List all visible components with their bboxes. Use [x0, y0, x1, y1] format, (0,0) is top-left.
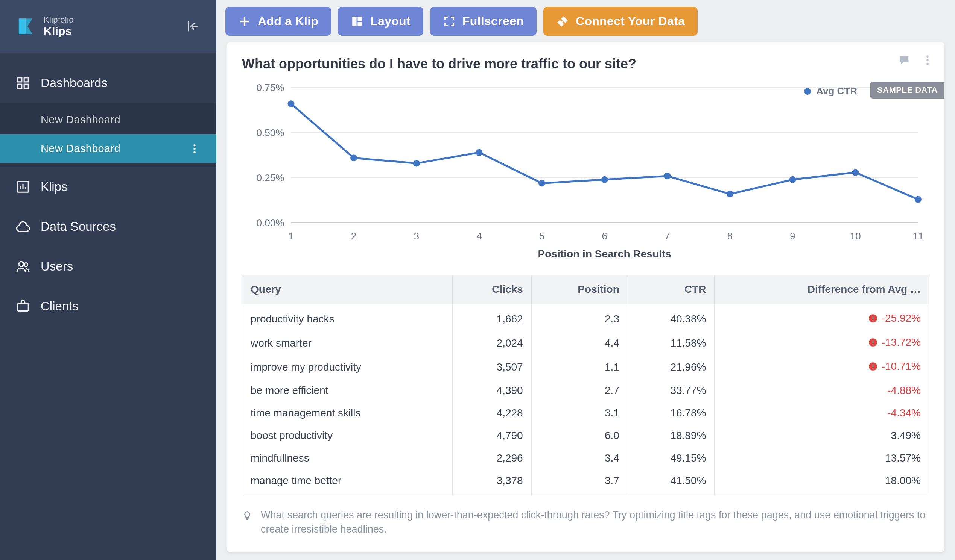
sidebar-subitem-new-dashboard-1[interactable]: New Dashboard: [0, 105, 216, 134]
more-vertical-icon[interactable]: [921, 54, 934, 67]
table-cell: 6.0: [531, 424, 628, 447]
table-row[interactable]: boost productivity4,7906.018.89%3.49%: [242, 424, 929, 447]
table-cell: 1,662: [452, 304, 531, 331]
svg-point-6: [193, 144, 195, 146]
table-cell-diff: -4.88%: [715, 379, 929, 402]
sidebar-subitem-label: New Dashboard: [41, 114, 121, 126]
card-actions: [898, 54, 934, 67]
table-cell: time management skills: [242, 402, 452, 424]
sidebar-item-label: Klips: [41, 179, 68, 194]
svg-rect-3: [24, 78, 28, 82]
svg-rect-59: [873, 340, 874, 343]
table-header[interactable]: Difference from Avg …: [715, 275, 929, 304]
svg-text:Position in Search Results: Position in Search Results: [538, 248, 671, 260]
main-canvas: Add a Klip Layout Fullscreen Connect You…: [216, 0, 955, 560]
svg-rect-5: [24, 84, 28, 88]
table-row[interactable]: work smarter2,0244.411.58%-13.72%: [242, 331, 929, 355]
table-cell: 2.7: [531, 379, 628, 402]
toolbar: Add a Klip Layout Fullscreen Connect You…: [216, 0, 955, 42]
svg-text:5: 5: [539, 230, 545, 242]
table-cell: 18.89%: [628, 424, 715, 447]
table-cell: 4,390: [452, 379, 531, 402]
table-row[interactable]: productivity hacks1,6622.340.38%-25.92%: [242, 304, 929, 331]
button-label: Fullscreen: [462, 14, 524, 28]
card-title: What opportunities do I have to drive mo…: [242, 56, 929, 72]
svg-text:3: 3: [414, 230, 420, 242]
table-header[interactable]: Clicks: [452, 275, 531, 304]
table-cell: 41.50%: [628, 470, 715, 495]
table-row[interactable]: manage time better3,3783.741.50%18.00%: [242, 470, 929, 495]
svg-rect-15: [18, 303, 28, 311]
add-klip-button[interactable]: Add a Klip: [225, 7, 331, 36]
layout-button[interactable]: Layout: [338, 7, 423, 36]
svg-text:0.00%: 0.00%: [256, 217, 284, 229]
svg-point-53: [852, 169, 859, 176]
svg-point-50: [664, 173, 670, 179]
comment-icon[interactable]: [898, 54, 911, 67]
sidebar-item-clients[interactable]: Clients: [0, 286, 216, 326]
svg-rect-63: [873, 368, 874, 369]
lightbulb-icon: [242, 510, 252, 521]
table-cell: 4,790: [452, 424, 531, 447]
clients-icon: [16, 299, 30, 314]
table-header[interactable]: Position: [531, 275, 628, 304]
svg-point-7: [193, 148, 195, 150]
svg-text:4: 4: [476, 230, 482, 242]
footer: Connected: [216, 552, 955, 560]
dashboards-icon: [16, 76, 30, 90]
data-sources-icon: [16, 220, 30, 234]
svg-point-23: [927, 63, 928, 65]
svg-point-8: [193, 151, 195, 153]
svg-point-49: [601, 176, 608, 183]
table-cell: improve my productivity: [242, 355, 452, 379]
svg-point-21: [927, 55, 928, 58]
table-row[interactable]: be more efficient4,3902.733.77%-4.88%: [242, 379, 929, 402]
sidebar-item-klips[interactable]: Klips: [0, 167, 216, 207]
plus-icon: [238, 15, 251, 28]
sidebar-subitem-label: New Dashboard: [41, 142, 121, 155]
sidebar-item-label: Data Sources: [41, 220, 116, 234]
table-cell: 3.1: [531, 402, 628, 424]
table-cell: 3.7: [531, 470, 628, 495]
layout-icon: [351, 15, 363, 28]
table-cell: 2.3: [531, 304, 628, 331]
svg-point-47: [476, 149, 482, 156]
svg-text:6: 6: [602, 230, 607, 242]
table-row[interactable]: mindfullness2,2963.449.15%13.57%: [242, 447, 929, 470]
table-header[interactable]: CTR: [628, 275, 715, 304]
fullscreen-button[interactable]: Fullscreen: [430, 7, 537, 36]
table-cell: 16.78%: [628, 402, 715, 424]
sidebar-subitem-new-dashboard-2[interactable]: New Dashboard: [0, 134, 216, 163]
svg-point-14: [24, 263, 28, 267]
table-row[interactable]: improve my productivity3,5071.121.96%-10…: [242, 355, 929, 379]
sample-data-badge: SAMPLE DATA: [870, 81, 944, 99]
query-table: QueryClicksPositionCTRDifference from Av…: [242, 275, 929, 495]
hint: What search queries are resulting in low…: [242, 508, 929, 537]
table-cell: mindfullness: [242, 447, 452, 470]
table-header[interactable]: Query: [242, 275, 452, 304]
table-cell-diff: 13.57%: [715, 447, 929, 470]
connect-data-button[interactable]: Connect Your Data: [543, 7, 698, 36]
sidebar-item-users[interactable]: Users: [0, 246, 216, 286]
svg-rect-19: [358, 17, 362, 21]
svg-rect-20: [358, 22, 362, 26]
table-cell-diff: -13.72%: [715, 331, 929, 355]
hint-text: What search queries are resulting in low…: [261, 508, 929, 537]
table-cell: boost productivity: [242, 424, 452, 447]
svg-point-46: [413, 160, 420, 167]
sidebar-item-data-sources[interactable]: Data Sources: [0, 207, 216, 246]
more-vertical-icon[interactable]: [188, 143, 200, 155]
sidebar-item-dashboards[interactable]: Dashboards: [0, 63, 216, 103]
table-cell-diff: -10.71%: [715, 355, 929, 379]
svg-point-48: [539, 179, 545, 186]
svg-point-13: [19, 262, 24, 267]
table-cell-diff: -25.92%: [715, 304, 929, 331]
collapse-sidebar-icon[interactable]: [186, 19, 200, 34]
table-cell: 3,507: [452, 355, 531, 379]
table-cell: 40.38%: [628, 304, 715, 331]
svg-text:9: 9: [790, 230, 795, 242]
sidebar-item-label: Clients: [41, 299, 79, 314]
brand-logo[interactable]: Klipfolio Klips: [16, 15, 74, 37]
svg-rect-2: [18, 78, 22, 82]
table-row[interactable]: time management skills4,2283.116.78%-4.3…: [242, 402, 929, 424]
